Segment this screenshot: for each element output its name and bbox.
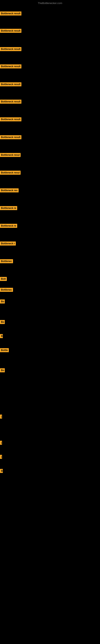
bottleneck-result-label: Bottleneck res	[0, 188, 19, 192]
bottleneck-result-label: Bottleneck re	[0, 224, 17, 228]
bottleneck-result-label: Bottleneck result	[0, 47, 21, 51]
bottleneck-result-label: Bottlenec	[0, 259, 13, 263]
bottleneck-result-label: Bottleneck result	[0, 117, 21, 121]
bottleneck-result-label: |	[0, 455, 2, 459]
bottleneck-result-label: Bo	[0, 368, 5, 372]
bottleneck-result-label: Bottle	[0, 348, 9, 352]
bottleneck-result-label: Bottleneck result	[0, 29, 21, 33]
site-title: TheBottlenecker.com	[0, 2, 100, 5]
bottleneck-result-label: Bottleneck result	[0, 12, 21, 16]
bottleneck-result-label: Bottleneck result	[0, 135, 21, 139]
bottleneck-result-label: Bottleneck result	[0, 82, 21, 86]
bottleneck-result-label: Bottleneck r	[0, 242, 16, 246]
bottleneck-result-label: |	[0, 441, 2, 445]
bottleneck-result-label: Bo	[0, 320, 5, 324]
bottleneck-result-label: B	[0, 469, 3, 473]
bottleneck-result-label: Bottleneck resul	[0, 153, 21, 157]
bottleneck-result-label: Bottleneck re	[0, 206, 17, 210]
bottleneck-result-label: Bott	[0, 277, 7, 281]
bottleneck-result-label: Bottleneck resul	[0, 171, 21, 175]
bottleneck-result-label: B	[0, 334, 3, 338]
bottleneck-result-label: Bottlenec	[0, 288, 13, 292]
bottleneck-result-label: Bo	[0, 300, 5, 304]
bottleneck-result-label: Bottleneck result	[0, 64, 21, 68]
bottleneck-result-label: |	[0, 414, 2, 418]
bottleneck-result-label: Bottleneck result	[0, 100, 21, 104]
